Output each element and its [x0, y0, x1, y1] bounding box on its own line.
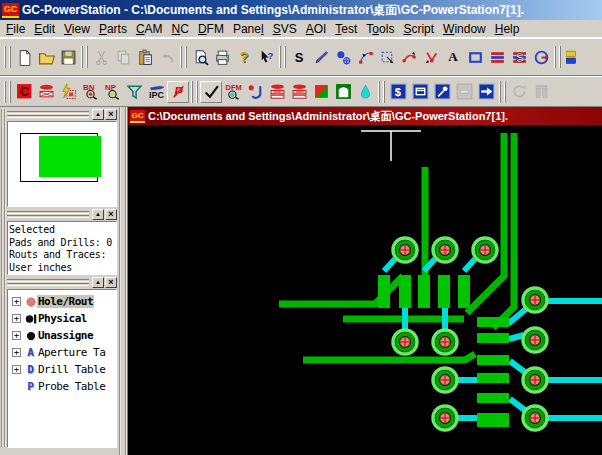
teardrop-icon [357, 83, 374, 100]
menu-view[interactable]: View [60, 21, 94, 37]
fill-square-button[interactable] [310, 81, 332, 103]
toolbar-drag-handle[interactable] [499, 81, 506, 103]
arc-edit-button[interactable] [354, 46, 376, 68]
add-pad-button[interactable] [332, 46, 354, 68]
tree-panel-grip[interactable]: ▲ × [7, 275, 117, 289]
menu-cam[interactable]: CAM [132, 21, 167, 37]
vertex-edit-button[interactable] [420, 46, 442, 68]
polygon-square-button[interactable] [332, 81, 354, 103]
close-icon[interactable]: × [105, 277, 117, 288]
tree-item-unassigne[interactable]: +Unassigne [8, 327, 116, 344]
selection-panel-grip[interactable]: ▲ × [7, 207, 117, 221]
tree-item-drill-table[interactable]: +DDrill Table [8, 361, 116, 378]
context-help-icon: ? [258, 49, 275, 66]
help-button[interactable]: ? [233, 46, 255, 68]
save-file-button[interactable] [57, 46, 79, 68]
cut-button[interactable] [90, 46, 112, 68]
curve-edit-button[interactable] [398, 46, 420, 68]
toolbar-drag-handle[interactable] [180, 46, 187, 68]
ipc-pen-button[interactable]: IPC [145, 81, 167, 103]
toolbar-drag-handle[interactable] [4, 81, 11, 103]
expand-plus-icon[interactable]: + [12, 365, 21, 374]
poly-edit-button[interactable] [376, 46, 398, 68]
close-icon[interactable]: × [105, 209, 117, 220]
print-button[interactable] [211, 46, 233, 68]
np-query-button[interactable]: NP [101, 81, 123, 103]
layers-tool-button[interactable] [486, 46, 508, 68]
toolbar-drag-handle[interactable] [4, 46, 11, 68]
box-window-button[interactable] [409, 81, 431, 103]
menu-file[interactable]: File [2, 21, 29, 37]
expand-plus-icon[interactable]: + [12, 331, 21, 340]
netlist-flash-button[interactable] [57, 81, 79, 103]
tree-item-aperture-ta[interactable]: +AAperture Ta [8, 344, 116, 361]
validate-check-button[interactable] [200, 81, 222, 103]
tree-item-physical[interactable]: +Physical [8, 310, 116, 327]
teardrop-button[interactable] [354, 81, 376, 103]
toolbar-drag-handle[interactable] [554, 46, 561, 68]
bn-query-button[interactable]: BN [79, 81, 101, 103]
p-toggle-button[interactable]: P [167, 81, 189, 103]
box-s-button[interactable]: $ [387, 81, 409, 103]
tree-item-probe-table[interactable]: PProbe Table [8, 378, 116, 395]
menu-parts[interactable]: Parts [95, 21, 131, 37]
s-layers-tool-button[interactable]: S [508, 46, 530, 68]
toolbar-drag-handle[interactable] [191, 81, 198, 103]
undo-button[interactable] [156, 46, 178, 68]
collapse-button[interactable]: ▲ [92, 209, 104, 220]
box-query-button[interactable] [431, 81, 453, 103]
close-icon[interactable]: × [105, 109, 117, 120]
tree-item-hole-rout[interactable]: +Hole/Rout [8, 293, 116, 310]
board-overview[interactable] [7, 121, 117, 207]
box-minus-button[interactable] [453, 81, 475, 103]
toolbar-drag-handle[interactable] [81, 46, 88, 68]
collapse-button[interactable]: ▲ [92, 109, 104, 120]
copy-button[interactable] [112, 46, 134, 68]
expand-plus-icon[interactable]: + [12, 297, 21, 306]
menu-svs[interactable]: SVS [269, 21, 301, 37]
signal-trace [510, 361, 526, 373]
select-s-button[interactable]: S [288, 46, 310, 68]
snap-hook-button[interactable] [244, 81, 266, 103]
pads-stack-3-button[interactable] [288, 81, 310, 103]
menu-test[interactable]: Test [331, 21, 361, 37]
menu-tools[interactable]: Tools [362, 21, 398, 37]
pcb-canvas[interactable] [128, 125, 602, 455]
panel-splitter[interactable] [119, 107, 127, 455]
context-help-button[interactable]: ? [255, 46, 277, 68]
dfm-query-button[interactable]: DFM [222, 81, 244, 103]
tree-connector [12, 382, 21, 391]
pads-stack-2-button[interactable] [266, 81, 288, 103]
menu-help[interactable]: Help [491, 21, 524, 37]
rotate-angle-button[interactable] [530, 46, 552, 68]
print-preview-button[interactable] [189, 46, 211, 68]
document-title-bar[interactable]: GC C:\Documents and Settings\Administrat… [128, 107, 602, 125]
clipped-tool-button[interactable] [563, 46, 585, 68]
collapse-button[interactable]: ▲ [92, 277, 104, 288]
menu-dfm[interactable]: DFM [194, 21, 228, 37]
new-file-button[interactable] [13, 46, 35, 68]
text-tool-button[interactable]: A [442, 46, 464, 68]
expand-plus-icon[interactable]: + [12, 314, 21, 323]
pads-stack-button[interactable] [35, 81, 57, 103]
pencil-button[interactable] [310, 46, 332, 68]
toolbar-drag-handle[interactable] [279, 46, 286, 68]
expand-plus-icon[interactable]: + [12, 348, 21, 357]
bn-query-icon: BN [82, 83, 99, 100]
open-folder-button[interactable] [35, 46, 57, 68]
menu-panel[interactable]: Panel [229, 21, 268, 37]
filter-button[interactable] [123, 81, 145, 103]
paste-button[interactable] [134, 46, 156, 68]
menu-nc[interactable]: NC [168, 21, 193, 37]
rotate-screen-button[interactable] [508, 81, 530, 103]
split-view-button[interactable] [530, 81, 552, 103]
menu-script[interactable]: Script [399, 21, 438, 37]
toolbar-drag-handle[interactable] [378, 81, 385, 103]
copper-c-button[interactable]: C [13, 81, 35, 103]
menu-aoi[interactable]: AOI [302, 21, 331, 37]
rect-tool-button[interactable] [464, 46, 486, 68]
box-arrow-button[interactable] [475, 81, 497, 103]
overview-panel-grip[interactable]: ▲ × [7, 107, 117, 121]
menu-edit[interactable]: Edit [30, 21, 59, 37]
menu-window[interactable]: Window [439, 21, 490, 37]
